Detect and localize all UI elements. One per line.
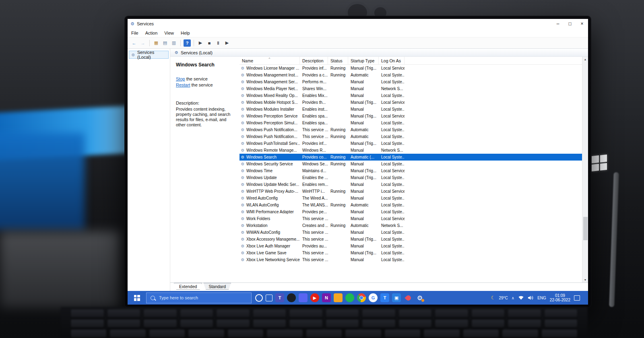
service-description-cell: Enables spa... — [300, 120, 328, 126]
paint-drop-icon[interactable] — [404, 293, 413, 302]
spotify-icon[interactable] — [345, 293, 354, 302]
taskbar-search[interactable] — [146, 293, 252, 303]
typora-icon[interactable]: T — [380, 293, 389, 302]
stop-service-link[interactable]: Stop — [176, 76, 185, 81]
service-row[interactable]: ⚙Windows Management Ser...Performs m...M… — [239, 78, 582, 85]
google-icon[interactable]: G — [369, 293, 378, 302]
tab-standard[interactable]: Standard — [203, 283, 231, 290]
chrome-icon[interactable] — [357, 293, 366, 302]
maximize-button[interactable]: □ — [564, 19, 576, 29]
forward-icon[interactable]: → — [139, 39, 147, 47]
service-row[interactable]: ⚙Windows PushToInstall Serv...Provides i… — [239, 140, 582, 147]
restart-service-icon[interactable]: ▶ — [223, 39, 231, 47]
stop-service-icon[interactable]: ■ — [206, 39, 213, 47]
service-row[interactable]: ⚙Windows License Manager ...Provides inf… — [239, 65, 582, 72]
service-status-cell — [328, 167, 348, 174]
settings-icon[interactable]: ⚙ — [415, 293, 424, 302]
photos-icon[interactable]: ▣ — [392, 293, 401, 302]
service-gear-icon: ⚙ — [240, 107, 245, 111]
start-service-icon[interactable]: ▶ — [197, 39, 204, 47]
menu-file[interactable]: File — [131, 31, 138, 35]
service-gear-icon: ⚙ — [240, 80, 245, 84]
service-row[interactable]: ⚙Windows Push Notification...This servic… — [239, 133, 582, 140]
service-row[interactable]: ⚙WWAN AutoConfigThis service ...ManualLo… — [239, 229, 582, 236]
onenote-icon[interactable]: N — [322, 293, 331, 302]
discord-icon[interactable] — [299, 293, 308, 302]
show-console-tree-icon[interactable]: ▦ — [153, 39, 160, 47]
service-row[interactable]: ⚙WMI Performance AdapterProvides pe...Ma… — [239, 208, 582, 215]
menu-help[interactable]: Help — [181, 31, 190, 35]
service-row[interactable]: ⚙Wired AutoConfigThe Wired A...ManualLoc… — [239, 195, 582, 202]
service-row[interactable]: ⚙Xbox Live Networking ServiceThis servic… — [239, 256, 582, 263]
scroll-down-arrow[interactable]: ▼ — [584, 278, 587, 281]
service-row[interactable]: ⚙Windows UpdateEnables the ...Manual (Tr… — [239, 174, 582, 181]
task-view-icon[interactable] — [266, 295, 272, 301]
wifi-icon[interactable] — [518, 295, 524, 300]
files-icon[interactable] — [334, 293, 343, 302]
language-indicator[interactable]: ENG — [537, 296, 546, 300]
export-list-icon[interactable]: ▥ — [170, 39, 178, 47]
column-header-description[interactable]: Description — [300, 57, 328, 64]
weather-temperature[interactable]: 29°C — [499, 296, 508, 300]
scroll-up-arrow[interactable]: ▲ — [584, 58, 587, 61]
list-scrollbar[interactable]: ▲ ▼ — [582, 57, 588, 282]
column-header-status[interactable]: Status — [328, 57, 348, 64]
service-row[interactable]: ⚙Windows Mobile Hotspot S...Provides th.… — [239, 99, 582, 106]
service-row[interactable]: ⚙Windows Management Inst...Provides a c.… — [239, 72, 582, 78]
keyboard-key — [71, 309, 104, 317]
service-row[interactable]: ⚙Windows SearchProvides co...RunningAuto… — [239, 154, 582, 161]
menu-view[interactable]: View — [164, 31, 174, 35]
service-row[interactable]: ⚙Windows Push Notification...This servic… — [239, 126, 582, 133]
close-button[interactable]: × — [576, 19, 588, 29]
column-header-log-on-as[interactable]: Log On As — [379, 57, 405, 64]
volume-icon[interactable] — [528, 295, 534, 300]
teams-icon[interactable]: T — [275, 293, 284, 302]
restart-service-link[interactable]: Restart — [176, 82, 190, 87]
service-status-cell — [328, 147, 348, 154]
scroll-thumb[interactable] — [583, 217, 588, 240]
service-row[interactable]: ⚙Windows Modules InstallerEnables inst..… — [239, 106, 582, 113]
minimize-button[interactable]: – — [552, 19, 564, 29]
service-logon-cell: Local Syste... — [379, 120, 405, 126]
service-status-cell — [328, 120, 348, 126]
service-row[interactable]: ⚙Windows Remote Manage...Windows R...Man… — [239, 147, 582, 154]
tab-extended[interactable]: Extended — [174, 283, 202, 290]
service-description-cell: Performs m... — [300, 78, 328, 85]
service-row[interactable]: ⚙WLAN AutoConfigThe WLANS...RunningAutom… — [239, 202, 582, 208]
pause-service-icon[interactable]: ‖ — [215, 39, 222, 47]
search-input[interactable] — [158, 295, 247, 301]
menu-action[interactable]: Action — [145, 31, 158, 35]
hidden-icons-chevron[interactable]: ∧ — [512, 296, 514, 300]
taskbar-clock[interactable]: 01:09 22-06-2022 — [550, 293, 570, 302]
column-header-name[interactable]: ^Name — [239, 57, 300, 64]
service-row[interactable]: ⚙Xbox Live Auth ManagerProvides au...Man… — [239, 243, 582, 249]
service-name-cell: ⚙Workstation — [239, 222, 300, 229]
column-header-startup-type[interactable]: Startup Type — [348, 57, 379, 64]
service-row[interactable]: ⚙Windows Mixed Reality Op...Enables Mix.… — [239, 92, 582, 99]
properties-icon[interactable]: ▤ — [161, 39, 169, 47]
service-row[interactable]: ⚙WinHTTP Web Proxy Auto-...WinHTTP i...R… — [239, 188, 582, 195]
service-row[interactable]: ⚙WorkstationCreates and ...RunningAutoma… — [239, 222, 582, 229]
service-row[interactable]: ⚙Windows TimeMaintains d...Manual (Trig.… — [239, 167, 582, 174]
keyboard-key — [253, 309, 286, 317]
service-row[interactable]: ⚙Windows Perception Simul...Enables spa.… — [239, 120, 582, 126]
start-button[interactable] — [128, 291, 146, 305]
tree-item-services-local[interactable]: ⚙ Services (Local) — [129, 51, 169, 59]
keyboard-key — [508, 319, 541, 328]
service-row[interactable]: ⚙Work FoldersThis service ...ManualLocal… — [239, 215, 582, 222]
service-gear-icon: ⚙ — [240, 182, 245, 187]
service-row[interactable]: ⚙Windows Update Medic Ser...Enables rem.… — [239, 181, 582, 188]
service-name-cell: ⚙Xbox Accessory Manageme... — [239, 236, 300, 243]
service-row[interactable]: ⚙Windows Media Player Net...Shares Win..… — [239, 85, 582, 92]
github-icon[interactable] — [287, 293, 296, 302]
service-row[interactable]: ⚙Windows Perception ServiceEnables spa..… — [239, 113, 582, 120]
cortana-icon[interactable] — [255, 294, 263, 302]
back-icon[interactable]: ← — [130, 39, 138, 47]
service-row[interactable]: ⚙Xbox Live Game SaveThis service ...Manu… — [239, 249, 582, 256]
action-center-button[interactable] — [574, 295, 580, 301]
service-row[interactable]: ⚙Windows Security ServiceWindows Se...Ru… — [239, 161, 582, 167]
service-row[interactable]: ⚙Xbox Accessory Manageme...This service … — [239, 236, 582, 243]
help-icon[interactable]: ? — [184, 39, 191, 47]
youtube-icon[interactable]: ▶ — [310, 293, 319, 302]
service-name-cell: ⚙Windows Time — [239, 167, 300, 174]
